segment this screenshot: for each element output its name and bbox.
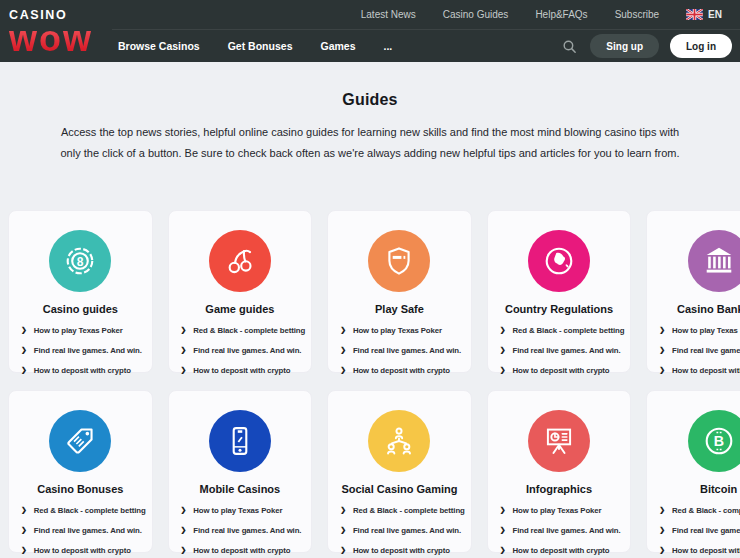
people-network-icon <box>368 410 430 472</box>
mainnav-item-games[interactable]: Games <box>320 40 355 52</box>
card-link[interactable]: ❯Red & Black - complete betting <box>340 506 465 515</box>
main-content: Guides Access the top news stories, help… <box>0 62 740 553</box>
chevron-right-icon: ❯ <box>340 326 346 334</box>
card-link[interactable]: ❯Red & Black - complete betting <box>500 326 625 335</box>
chevron-right-icon: ❯ <box>181 326 187 334</box>
card-title[interactable]: Casino guides <box>13 303 148 315</box>
brand-logo[interactable]: CASINO wow <box>0 0 112 62</box>
mainnav-item-browse-casinos[interactable]: Browse Casinos <box>118 40 200 52</box>
card-link[interactable]: ❯How to play Texas Poker <box>181 506 306 515</box>
card-link[interactable]: ❯How to deposit with crypto <box>21 366 146 375</box>
topnav-item-latest-news[interactable]: Latest News <box>361 9 416 20</box>
chevron-right-icon: ❯ <box>500 366 506 374</box>
top-nav-links: Latest NewsCasino GuidesHelp&FAQsSubscri… <box>361 9 659 20</box>
card-link-label: Find real live games. And win. <box>193 346 301 355</box>
card-links: ❯Red & Black - complete betting❯Find rea… <box>328 506 471 555</box>
card-link[interactable]: ❯Find real live games. And win. <box>340 526 465 535</box>
card-title[interactable]: Casino Banking <box>651 303 740 315</box>
card-link-label: Red & Black - complete betting <box>193 326 305 335</box>
card-title[interactable]: Casino Bonuses <box>13 483 148 495</box>
card-link-label: How to deposit with crypto <box>353 546 450 555</box>
header: CASINO wow Latest NewsCasino GuidesHelp&… <box>0 0 740 62</box>
language-label: EN <box>708 9 722 20</box>
card-link-label: Find real live games. And win. <box>513 526 621 535</box>
card-link[interactable]: ❯How to play Texas Poker <box>21 326 146 335</box>
card-link[interactable]: ❯How to deposit with crypto <box>340 366 465 375</box>
card-link[interactable]: ❯How to deposit with crypto <box>181 366 306 375</box>
card-title[interactable]: Social Casino Gaming <box>332 483 467 495</box>
card-link-label: Find real live games. And win. <box>193 526 301 535</box>
search-icon[interactable] <box>561 37 579 55</box>
card-link[interactable]: ❯Find real live games. And win. <box>340 346 465 355</box>
card-link-label: How to deposit with crypto <box>34 366 131 375</box>
guide-card-casino-guides: 8Casino guides❯How to play Texas Poker❯F… <box>8 210 153 373</box>
bank-icon <box>688 230 740 292</box>
card-link-label: How to play Texas Poker <box>672 326 740 335</box>
card-link[interactable]: ❯Find real live games. And win. <box>659 526 740 535</box>
chevron-right-icon: ❯ <box>21 366 27 374</box>
card-links: ❯How to play Texas Poker❯Find real live … <box>488 506 631 555</box>
card-link[interactable]: ❯How to deposit with crypto <box>500 366 625 375</box>
card-link[interactable]: ❯Red & Black - complete betting <box>659 506 740 515</box>
card-link[interactable]: ❯How to play Texas Poker <box>500 506 625 515</box>
guide-card-game-guides: Game guides❯Red & Black - complete betti… <box>168 210 313 373</box>
card-link[interactable]: ❯How to play Texas Poker <box>659 326 740 335</box>
card-title[interactable]: Infographics <box>492 483 627 495</box>
card-link-label: How to play Texas Poker <box>353 326 442 335</box>
card-link[interactable]: ❯Find real live games. And win. <box>181 346 306 355</box>
card-link-label: Find real live games. And win. <box>672 526 740 535</box>
card-link[interactable]: ❯Find real live games. And win. <box>500 526 625 535</box>
chevron-right-icon: ❯ <box>21 346 27 354</box>
chevron-right-icon: ❯ <box>500 346 506 354</box>
globe-icon <box>528 230 590 292</box>
sign-up-button[interactable]: Sing up <box>590 34 659 58</box>
card-title[interactable]: Bitcoin <box>651 483 740 495</box>
chevron-right-icon: ❯ <box>659 346 665 354</box>
card-link[interactable]: ❯Find real live games. And win. <box>21 526 146 535</box>
mainnav-item-get-bonuses[interactable]: Get Bonuses <box>228 40 293 52</box>
card-link[interactable]: ❯How to deposit with crypto <box>181 546 306 555</box>
card-link-label: Find real live games. And win. <box>353 346 461 355</box>
card-link[interactable]: ❯Find real live games. And win. <box>181 526 306 535</box>
card-link[interactable]: ❯Find real live games. And win. <box>500 346 625 355</box>
guide-card-bitcoin: BBitcoin❯Red & Black - complete betting❯… <box>646 390 740 553</box>
card-link[interactable]: ❯How to deposit with crypto <box>340 546 465 555</box>
card-title[interactable]: Game guides <box>173 303 308 315</box>
card-link-label: How to deposit with crypto <box>513 546 610 555</box>
card-link[interactable]: ❯How to deposit with crypto <box>659 546 740 555</box>
card-link-label: How to deposit with crypto <box>672 546 740 555</box>
card-links: ❯Red & Black - complete betting❯Find rea… <box>169 326 312 375</box>
topnav-item-subscribe[interactable]: Subscribe <box>615 9 659 20</box>
chevron-right-icon: ❯ <box>181 366 187 374</box>
card-title[interactable]: Play Safe <box>332 303 467 315</box>
chevron-right-icon: ❯ <box>500 506 506 514</box>
card-link-label: Find real live games. And win. <box>353 526 461 535</box>
card-links: ❯How to play Texas Poker❯Find real live … <box>169 506 312 555</box>
guide-card-infographics: Infographics❯How to play Texas Poker❯Fin… <box>487 390 632 553</box>
card-title[interactable]: Mobile Casinos <box>173 483 308 495</box>
card-link[interactable]: ❯Red & Black - complete betting <box>21 506 146 515</box>
card-link-label: Red & Black - complete betting <box>513 326 625 335</box>
card-links: ❯Red & Black - complete betting❯Find rea… <box>9 506 152 555</box>
card-link-label: Red & Black - complete betting <box>34 506 146 515</box>
card-link[interactable]: ❯How to deposit with crypto <box>659 366 740 375</box>
page-title: Guides <box>0 91 740 109</box>
guide-card-social-casino-gaming: Social Casino Gaming❯Red & Black - compl… <box>327 390 472 553</box>
chevron-right-icon: ❯ <box>659 326 665 334</box>
language-selector[interactable]: EN <box>686 9 722 20</box>
topnav-item-help-faqs[interactable]: Help&FAQs <box>535 9 587 20</box>
topnav-item-casino-guides[interactable]: Casino Guides <box>443 9 509 20</box>
card-link[interactable]: ❯Red & Black - complete betting <box>181 326 306 335</box>
card-title[interactable]: Country Regulations <box>492 303 627 315</box>
card-link[interactable]: ❯How to deposit with crypto <box>500 546 625 555</box>
card-link[interactable]: ❯How to play Texas Poker <box>340 326 465 335</box>
mainnav-item-more[interactable]: ... <box>384 40 393 52</box>
cherries-icon <box>209 230 271 292</box>
card-link[interactable]: ❯How to deposit with crypto <box>21 546 146 555</box>
card-link-label: How to deposit with crypto <box>513 366 610 375</box>
card-link[interactable]: ❯Find real live games. And win. <box>659 346 740 355</box>
shield-icon <box>368 230 430 292</box>
chevron-right-icon: ❯ <box>181 526 187 534</box>
log-in-button[interactable]: Log in <box>670 34 732 58</box>
card-link[interactable]: ❯Find real live games. And win. <box>21 346 146 355</box>
